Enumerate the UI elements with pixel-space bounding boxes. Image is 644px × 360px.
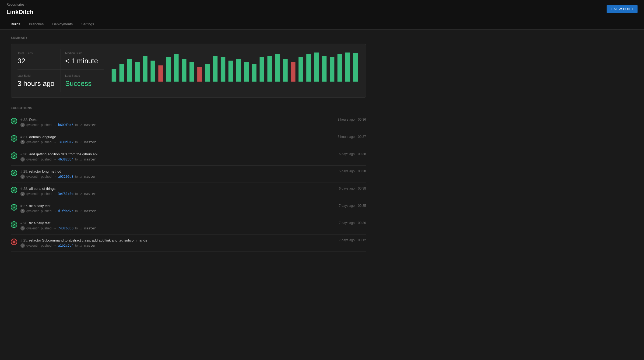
execution-timing: 7 days ago 00:36 bbox=[335, 221, 366, 225]
execution-status-icon bbox=[11, 204, 17, 211]
execution-row[interactable]: # 32. Doku Q qvalentin pushed → b609fac5… bbox=[11, 114, 366, 131]
last-status-value: Success bbox=[65, 79, 99, 88]
execution-title: # 31. domain language bbox=[20, 135, 333, 139]
chart-bar bbox=[298, 57, 303, 82]
to-label: to bbox=[75, 123, 78, 127]
median-build-stat: Median Build < 1 minute bbox=[61, 49, 104, 69]
user-avatar: Q bbox=[20, 243, 25, 248]
execution-status-icon bbox=[11, 152, 17, 159]
chart-bar bbox=[221, 57, 225, 82]
execution-meta: Q qvalentin pushed → 46382334 to ⎇ maste… bbox=[20, 157, 335, 162]
execution-timing: 7 days ago 00:35 bbox=[335, 204, 366, 208]
execution-title: # 28. all sorts of things bbox=[20, 187, 335, 191]
execution-meta: Q qvalentin pushed → a1b2c3d4 to ⎇ maste… bbox=[20, 243, 335, 248]
execution-status-icon bbox=[11, 221, 17, 228]
summary-card: Total Builds 32 Median Build < 1 minute … bbox=[11, 44, 366, 98]
build-number: # 26. bbox=[20, 221, 28, 225]
chart-bar bbox=[345, 53, 350, 82]
execution-title: # 27. fix a flaky test bbox=[20, 204, 335, 208]
duration: 00:38 bbox=[358, 169, 366, 173]
execution-row[interactable]: # 27. fix a flaky test Q qvalentin pushe… bbox=[11, 200, 366, 217]
execution-timing: 7 days ago 00:12 bbox=[335, 238, 366, 242]
branch-icon: ⎇ bbox=[79, 210, 83, 213]
nav-tab-builds[interactable]: Builds bbox=[6, 19, 24, 29]
commit-hash: a1b2c3d4 bbox=[58, 244, 73, 247]
arrow-icon: → bbox=[53, 123, 56, 127]
username: qvalentin bbox=[26, 158, 39, 161]
execution-status-icon bbox=[11, 170, 17, 176]
execution-timing: 5 hours ago 00:37 bbox=[333, 135, 366, 139]
to-label: to bbox=[75, 226, 78, 230]
time-ago: 7 days ago bbox=[339, 204, 355, 208]
username: qvalentin bbox=[26, 123, 39, 127]
execution-title: # 26. fix a flaky test bbox=[20, 221, 335, 225]
username: qvalentin bbox=[26, 244, 39, 247]
to-label: to bbox=[75, 175, 78, 179]
execution-row[interactable]: # 26. fix a flaky test Q qvalentin pushe… bbox=[11, 217, 366, 235]
execution-row[interactable]: # 29. refactor long method Q qvalentin p… bbox=[11, 166, 366, 183]
last-build-label: Last Build bbox=[17, 74, 56, 77]
execution-row[interactable]: # 28. all sorts of things Q qvalentin pu… bbox=[11, 183, 366, 200]
execution-row[interactable]: # 25. refactor Subcommand to abstract cl… bbox=[11, 235, 366, 252]
total-builds-value: 32 bbox=[17, 57, 56, 65]
nav-tab-settings[interactable]: Settings bbox=[77, 19, 98, 29]
arrow-icon: → bbox=[53, 175, 56, 179]
execution-timing: 5 days ago 00:38 bbox=[335, 152, 366, 156]
chart-bar bbox=[189, 62, 194, 82]
duration: 00:38 bbox=[358, 187, 366, 190]
arrow-icon: → bbox=[53, 192, 56, 196]
median-build-label: Median Build bbox=[65, 51, 99, 55]
time-ago: 6 days ago bbox=[339, 187, 355, 190]
repositories-link[interactable]: Repositories bbox=[6, 3, 24, 6]
last-build-value: 3 hours ago bbox=[17, 79, 56, 88]
chart-bar bbox=[353, 53, 358, 82]
branch-name: master bbox=[84, 209, 96, 213]
execution-info: # 29. refactor long method Q qvalentin p… bbox=[20, 169, 335, 179]
duration: 00:36 bbox=[358, 118, 366, 121]
branch-icon: ⎇ bbox=[79, 158, 83, 161]
execution-row[interactable]: # 30. add getting addition data from the… bbox=[11, 148, 366, 166]
user-avatar: Q bbox=[20, 174, 25, 179]
action: pushed bbox=[41, 192, 51, 196]
nav-tab-branches[interactable]: Branches bbox=[24, 19, 48, 29]
user-avatar: Q bbox=[20, 226, 25, 230]
app-header: Repositories › LinkDitch + NEW BUILD Bui… bbox=[0, 0, 644, 30]
commit-hash: 3ef31c0c bbox=[58, 192, 73, 196]
branch-name: master bbox=[84, 140, 96, 144]
username: qvalentin bbox=[26, 209, 39, 213]
breadcrumb[interactable]: Repositories › bbox=[6, 3, 638, 8]
execution-meta: Q qvalentin pushed → 1e30d812 to ⎇ maste… bbox=[20, 140, 333, 144]
action: pushed bbox=[41, 158, 51, 161]
chart-bar bbox=[260, 57, 264, 82]
to-label: to bbox=[75, 244, 78, 247]
action: pushed bbox=[41, 209, 51, 213]
commit-hash: a03206a8 bbox=[58, 175, 73, 179]
execution-meta: Q qvalentin pushed → d1fdad7c to ⎇ maste… bbox=[20, 209, 335, 213]
time-ago: 3 hours ago bbox=[338, 118, 355, 121]
execution-row[interactable]: # 31. domain language Q qvalentin pushed… bbox=[11, 131, 366, 148]
arrow-icon: → bbox=[53, 244, 56, 247]
chart-bar bbox=[291, 62, 295, 82]
time-ago: 7 days ago bbox=[339, 238, 355, 242]
new-build-button[interactable]: + NEW BUILD bbox=[607, 5, 638, 13]
chart-bar bbox=[143, 56, 147, 82]
time-ago: 5 days ago bbox=[339, 152, 355, 156]
chart-bar bbox=[275, 54, 280, 82]
chart-bar bbox=[213, 56, 217, 82]
time-ago: 5 hours ago bbox=[338, 135, 355, 139]
build-number: # 25. bbox=[20, 238, 28, 242]
execution-meta: Q qvalentin pushed → b609fac5 to ⎇ maste… bbox=[20, 123, 333, 127]
nav-tabs: BuildsBranchesDeploymentsSettings bbox=[6, 19, 638, 29]
branch-icon: ⎇ bbox=[79, 193, 83, 195]
chart-bar bbox=[236, 59, 241, 82]
chart-bar bbox=[322, 56, 326, 82]
execution-info: # 32. Doku Q qvalentin pushed → b609fac5… bbox=[20, 118, 333, 127]
nav-tab-deployments[interactable]: Deployments bbox=[48, 19, 77, 29]
arrow-icon: → bbox=[53, 226, 56, 230]
executions-list: # 32. Doku Q qvalentin pushed → b609fac5… bbox=[11, 114, 366, 252]
user-avatar: Q bbox=[20, 140, 25, 144]
chart-bar bbox=[150, 61, 155, 82]
execution-info: # 30. add getting addition data from the… bbox=[20, 152, 335, 162]
chart-bar bbox=[197, 67, 202, 82]
execution-meta: Q qvalentin pushed → 743c6330 to ⎇ maste… bbox=[20, 226, 335, 230]
